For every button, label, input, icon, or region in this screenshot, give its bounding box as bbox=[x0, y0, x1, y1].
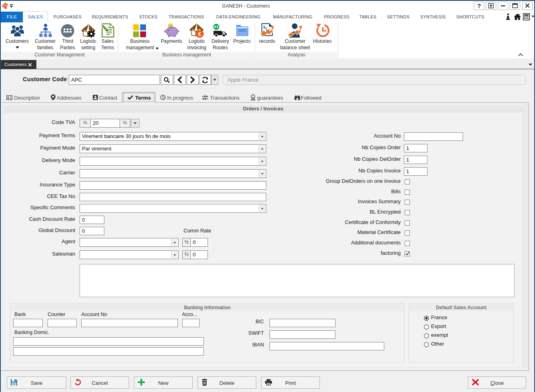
svg-text:?: ? bbox=[477, 2, 481, 9]
svg-text:€: € bbox=[198, 31, 202, 37]
